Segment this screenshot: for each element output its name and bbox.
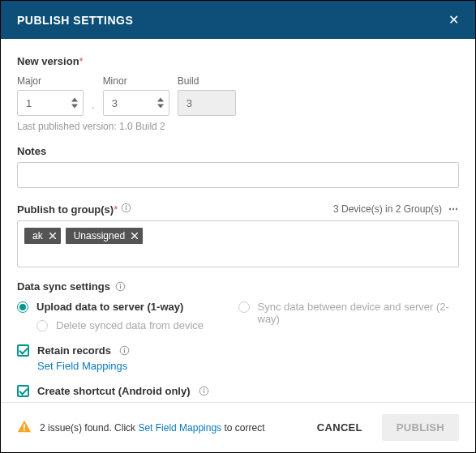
- warning-link[interactable]: Set Field Mappings: [138, 422, 221, 434]
- spinner-arrows-icon[interactable]: [152, 97, 169, 109]
- notes-input[interactable]: [17, 162, 459, 188]
- major-spinner[interactable]: 1: [17, 90, 84, 116]
- cancel-button[interactable]: CANCEL: [304, 415, 375, 440]
- chip-remove-icon[interactable]: [131, 233, 138, 239]
- checkbox-icon: [17, 385, 29, 397]
- checkbox-icon: [17, 344, 29, 357]
- radio-icon: [17, 301, 28, 313]
- info-icon[interactable]: [119, 345, 130, 356]
- delete-synced-radio: Delete synced data from device: [36, 319, 238, 331]
- groups-chips[interactable]: ak Unassigned: [17, 220, 459, 267]
- build-label: Build: [178, 75, 236, 87]
- minor-label: Minor: [103, 75, 169, 87]
- svg-rect-12: [24, 424, 25, 428]
- new-version-label: New version*: [17, 55, 459, 67]
- chip-remove-icon[interactable]: [49, 233, 56, 239]
- retain-records-checkbox[interactable]: Retain records: [17, 344, 459, 357]
- svg-point-7: [124, 348, 125, 348]
- version-inputs: Major 1 . Minor 3 Build 3: [17, 75, 459, 116]
- svg-point-4: [120, 284, 121, 284]
- dialog-footer: 2 issue(s) found. Click Set Field Mappin…: [1, 402, 475, 452]
- radio-icon: [36, 320, 48, 331]
- group-chip: Unassigned: [66, 228, 143, 244]
- dialog-header: PUBLISH SETTINGS ✕: [1, 1, 475, 39]
- svg-rect-2: [126, 207, 127, 211]
- close-icon[interactable]: ✕: [448, 12, 459, 28]
- groups-label: Publish to group(s)*: [17, 203, 131, 216]
- svg-rect-8: [124, 350, 125, 353]
- svg-rect-11: [203, 391, 204, 394]
- spinner-arrows-icon[interactable]: [66, 97, 83, 109]
- upload-radio[interactable]: Upload data to server (1-way): [17, 301, 238, 313]
- more-icon[interactable]: ⋯: [448, 203, 459, 215]
- group-chip: ak: [24, 228, 61, 244]
- dialog-content: New version* Major 1 . Minor 3: [1, 39, 475, 397]
- groups-summary: 3 Device(s) in 2 Group(s): [333, 203, 442, 215]
- major-label: Major: [17, 75, 84, 87]
- warning-text: 2 issue(s) found. Click Set Field Mappin…: [40, 422, 304, 434]
- svg-point-1: [126, 205, 127, 206]
- field-mappings-link[interactable]: Set Field Mappings: [37, 360, 127, 372]
- info-icon[interactable]: [199, 386, 209, 396]
- twoway-radio: Sync data between device and server (2-w…: [238, 301, 460, 325]
- version-dot: .: [92, 99, 95, 116]
- dialog-title: PUBLISH SETTINGS: [17, 14, 133, 27]
- warning-icon: [17, 419, 32, 436]
- info-icon[interactable]: [121, 203, 131, 213]
- svg-rect-13: [24, 429, 25, 431]
- svg-rect-5: [120, 286, 121, 289]
- sync-label: Data sync settings: [17, 280, 459, 293]
- publish-button: PUBLISH: [382, 414, 459, 441]
- radio-icon: [238, 301, 250, 313]
- info-icon[interactable]: [115, 281, 126, 292]
- last-published-hint: Last published version: 1.0 Build 2: [17, 121, 459, 132]
- minor-spinner[interactable]: 3: [103, 90, 169, 116]
- svg-point-10: [203, 388, 204, 389]
- build-spinner: 3: [178, 90, 236, 116]
- notes-label: Notes: [17, 145, 46, 157]
- create-shortcut-checkbox[interactable]: Create shortcut (Android only): [17, 385, 459, 397]
